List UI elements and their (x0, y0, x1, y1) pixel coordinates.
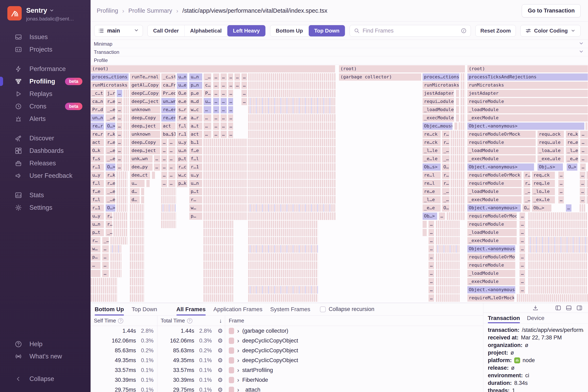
flame-frame[interactable]: f…l (91, 180, 104, 187)
flamegraph-canvas[interactable]: (root)(root)(root)proces…ctionsrunTe…rna… (91, 64, 588, 303)
detail-tab-transaction[interactable]: Transaction (488, 313, 520, 323)
flame-frame[interactable]: ba…$1 (161, 130, 176, 138)
flame-frame[interactable]: b…1 (189, 139, 203, 146)
flame-frame[interactable]: … (228, 82, 234, 89)
flame-frame[interactable]: (root) (467, 65, 588, 73)
flame-frame[interactable]: requireModule (467, 220, 517, 228)
expand-chevron-icon[interactable]: › (237, 348, 239, 354)
flame-frame[interactable]: re…r (91, 130, 104, 138)
direction-option-top-down[interactable]: Top Down (309, 25, 345, 36)
table-row[interactable]: 33.57ms0.1%33.57ms0.1%⚙›startProfiling (91, 365, 483, 375)
dock-left-icon[interactable] (555, 305, 562, 311)
tab-all-frames[interactable]: All Frames (176, 303, 206, 316)
flame-frame[interactable]: _… (523, 188, 530, 196)
flame-frame[interactable]: requireM…leOrMock (467, 294, 514, 302)
flame-frame[interactable]: f…e (189, 147, 203, 154)
flame-frame[interactable]: r… (442, 130, 450, 138)
gear-icon[interactable]: ⚙ (216, 327, 225, 334)
flame-frame[interactable]: … (519, 278, 525, 286)
flame-frame[interactable]: _… (102, 237, 109, 244)
sidebar-item-profiling[interactable]: Profilingbeta (0, 75, 91, 88)
flame-frame[interactable]: … (428, 253, 434, 261)
flame-frame[interactable]: e…e (177, 98, 188, 105)
flame-frame[interactable]: _execModule (467, 114, 588, 122)
flame-frame[interactable]: … (213, 106, 220, 114)
flame-frame[interactable]: requireModuleOrMock (467, 130, 536, 138)
flame-frame[interactable]: … (558, 188, 564, 196)
flame-frame[interactable]: … (168, 163, 176, 171)
flame-frame[interactable]: act (91, 139, 104, 146)
flame-frame[interactable]: f…e (177, 114, 188, 122)
flame-frame[interactable]: … (428, 220, 434, 228)
flame-frame[interactable]: Object.<anonymous> (467, 163, 534, 171)
flame-frame[interactable]: _… (442, 147, 450, 154)
flame-frame[interactable]: jestAdapter (467, 90, 588, 97)
flame-frame[interactable]: u… (130, 180, 145, 187)
flame-frame[interactable]: u…y (189, 172, 203, 179)
flame-frame[interactable]: runMicrotasks (467, 82, 588, 89)
flame-frame[interactable]: processTicksAndRejections (467, 73, 588, 81)
expand-chevron-icon[interactable]: › (237, 338, 239, 344)
flame-frame[interactable]: u…y (91, 212, 104, 220)
flame-frame[interactable]: requireModule (467, 262, 515, 269)
flame-frame[interactable]: runMicrotasks (422, 82, 460, 89)
flame-frame[interactable]: … (203, 106, 211, 114)
sidebar-item-releases[interactable]: Releases (0, 157, 91, 170)
flame-frame[interactable]: _… (523, 196, 530, 204)
flame-frame[interactable]: p…e (189, 90, 203, 97)
flame-frame[interactable]: requireModule (467, 98, 588, 105)
flame-frame[interactable]: (root) (339, 65, 465, 73)
total-time-header[interactable]: Total Time ? ↓ (157, 316, 225, 326)
flame-frame[interactable]: p…k (177, 180, 188, 187)
flame-frame[interactable]: act (161, 122, 176, 130)
flame-frame[interactable]: Object.<anonymous> (467, 245, 515, 253)
flame-frame[interactable]: s…r (177, 106, 188, 114)
flame-frame[interactable]: … (102, 270, 109, 277)
minimap-section-header[interactable]: Minimap (91, 40, 588, 48)
flame-frame[interactable]: _l…e (566, 147, 579, 154)
flame-frame[interactable]: j…r (105, 90, 115, 97)
sidebar-item-projects[interactable]: Projects (0, 43, 91, 56)
flame-frame[interactable]: … (519, 229, 525, 236)
flame-frame[interactable]: f…l (91, 196, 104, 204)
collapse-recursion-toggle[interactable]: Collapse recursion (320, 306, 374, 312)
flame-frame[interactable]: … (161, 180, 167, 187)
flame-frame[interactable]: O… (442, 163, 450, 171)
flame-frame[interactable]: _loadModule (467, 229, 517, 236)
flame-frame[interactable]: _…e (105, 155, 115, 163)
flame-frame[interactable]: … (117, 98, 122, 105)
flame-frame[interactable]: (root) (91, 65, 335, 73)
sort-option-left-heavy[interactable]: Left Heavy (227, 25, 265, 36)
flame-frame[interactable]: O…k (91, 147, 104, 154)
flame-frame[interactable]: r…1 (91, 163, 104, 171)
flame-frame[interactable]: r…1 (189, 163, 203, 171)
flame-frame[interactable]: re…ck (422, 139, 441, 146)
flame-frame[interactable]: re…er (161, 106, 176, 114)
flame-frame[interactable]: Pr…d (91, 106, 104, 114)
flame-frame[interactable]: _l…le (422, 147, 441, 154)
sidebar-item-help[interactable]: Help (0, 338, 91, 350)
sort-option-call-order[interactable]: Call Order (148, 25, 185, 36)
collapse-recursion-checkbox[interactable] (320, 306, 326, 312)
flame-frame[interactable]: _exe…ule (537, 155, 564, 163)
flame-frame[interactable]: r… (442, 139, 450, 146)
flame-frame[interactable]: … (168, 155, 176, 163)
flame-frame[interactable]: _…e (105, 196, 115, 204)
flame-frame[interactable]: w… (91, 245, 101, 253)
flame-frame[interactable]: … (241, 98, 247, 105)
flame-frame[interactable]: … (161, 172, 167, 179)
flame-frame[interactable]: unknown (130, 106, 160, 114)
flame-frame[interactable]: requireModuleOrMock (467, 253, 515, 261)
flame-frame[interactable]: _e…e (566, 155, 579, 163)
flame-frame[interactable]: w…c (177, 172, 188, 179)
flame-frame[interactable]: … (213, 122, 220, 130)
flame-frame[interactable]: … (439, 212, 445, 220)
flame-frame[interactable]: … (519, 262, 525, 269)
flame-frame[interactable]: … (428, 286, 434, 294)
flame-frame[interactable]: O…> (105, 122, 115, 130)
sidebar-item-alerts[interactable]: Alerts (0, 112, 91, 125)
flame-frame[interactable]: … (117, 163, 122, 171)
flame-frame[interactable]: … (168, 180, 176, 187)
flame-frame[interactable]: u…n (177, 73, 188, 81)
flame-frame[interactable]: … (519, 270, 525, 277)
